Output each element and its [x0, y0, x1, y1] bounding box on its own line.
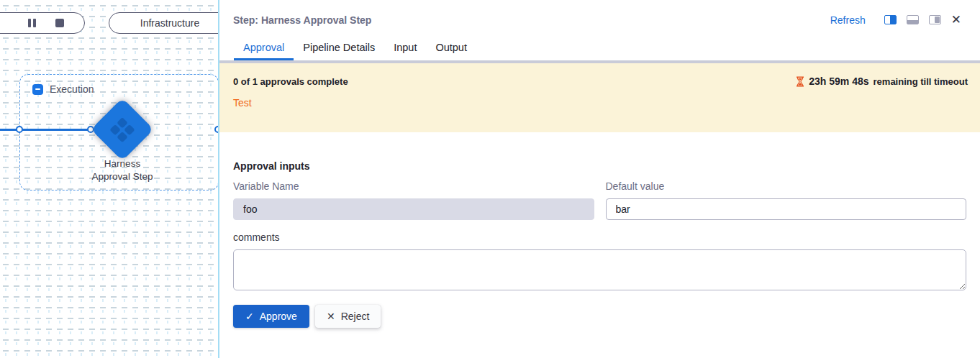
variable-name-input [233, 198, 594, 220]
comments-field-group: comments [233, 231, 966, 293]
approve-button-label: Approve [260, 311, 297, 322]
variable-name-field-group: Variable Name [233, 180, 594, 220]
collapse-minus-icon[interactable] [32, 84, 43, 95]
panel-title: Step: Harness Approval Step [233, 14, 371, 26]
tab-bar: Approval Pipeline Details Input Output [219, 42, 980, 60]
timeout-suffix: remaining till timeout [874, 76, 968, 87]
connector-port-edge[interactable] [214, 126, 219, 133]
approval-actions: ✓ Approve ✕ Reject [233, 305, 966, 328]
tab-pipeline-details[interactable]: Pipeline Details [294, 42, 384, 60]
default-value-input[interactable] [606, 198, 967, 220]
view-split-right-icon[interactable] [884, 15, 897, 24]
execution-controls [0, 12, 85, 34]
approval-tab-content: Approval inputs Variable Name Default va… [219, 132, 980, 328]
pause-icon[interactable] [28, 19, 36, 27]
node-label-line2: Approval Step [65, 170, 180, 183]
connector-port-left[interactable] [16, 126, 23, 133]
tab-approval[interactable]: Approval [234, 42, 294, 60]
default-value-field-group: Default value [606, 180, 967, 220]
default-value-label: Default value [606, 180, 967, 192]
variable-name-label: Variable Name [233, 180, 594, 192]
approvals-progress-text: 0 of 1 approvals complete [233, 76, 348, 87]
refresh-link[interactable]: Refresh [830, 14, 866, 26]
timeout-time: 23h 59m 48s [809, 75, 868, 87]
node-label: Harness Approval Step [65, 157, 180, 183]
x-icon: ✕ [327, 311, 335, 322]
comments-textarea[interactable] [233, 249, 966, 290]
reject-button[interactable]: ✕ Reject [315, 305, 381, 328]
step-details-panel: Step: Harness Approval Step Refresh ✕ Ap… [219, 0, 980, 358]
approve-button[interactable]: ✓ Approve [233, 305, 309, 328]
panel-header: Step: Harness Approval Step Refresh ✕ [219, 0, 980, 26]
timeout-countdown: 23h 59m 48s remaining till timeout [796, 75, 968, 87]
panel-header-actions: Refresh ✕ [830, 14, 961, 26]
infrastructure-node[interactable]: Infrastructure [109, 12, 219, 34]
approval-step-icon [109, 116, 135, 142]
node-label-line1: Harness [65, 157, 180, 170]
close-icon[interactable]: ✕ [951, 14, 961, 26]
reject-button-label: Reject [341, 311, 370, 322]
hourglass-icon [796, 76, 804, 87]
approval-status-banner: 0 of 1 approvals complete 23h 59m 48s re… [219, 63, 980, 132]
check-icon: ✓ [245, 311, 254, 322]
view-split-bottom-icon[interactable] [907, 15, 919, 24]
stop-icon[interactable] [55, 19, 64, 27]
approval-message: Test [233, 97, 968, 109]
execution-label: Execution [50, 83, 94, 95]
execution-group-header[interactable]: Execution [32, 83, 94, 95]
tab-input[interactable]: Input [384, 42, 426, 60]
connector-line [0, 129, 91, 131]
comments-label: comments [233, 231, 966, 243]
infrastructure-label: Infrastructure [140, 17, 199, 29]
approval-inputs-heading: Approval inputs [233, 160, 966, 172]
pipeline-canvas[interactable]: Infrastructure Execution Harness Approva… [0, 0, 219, 358]
tab-output[interactable]: Output [426, 42, 476, 60]
view-drawer-right-icon[interactable] [929, 15, 941, 24]
